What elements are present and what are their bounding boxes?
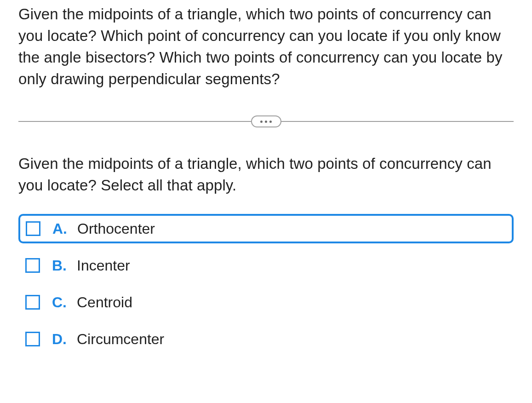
option-letter: B. bbox=[52, 257, 77, 274]
checkbox-c[interactable] bbox=[25, 295, 40, 310]
option-text: Centroid bbox=[77, 294, 132, 311]
checkbox-a[interactable] bbox=[26, 221, 40, 236]
option-c[interactable]: C. Centroid bbox=[18, 288, 514, 317]
ellipsis-icon bbox=[265, 121, 267, 123]
option-text: Incenter bbox=[77, 257, 130, 274]
ellipsis-icon bbox=[269, 121, 272, 123]
checkbox-b[interactable] bbox=[25, 258, 40, 273]
separator bbox=[18, 115, 514, 127]
options-list: A. Orthocenter B. Incenter C. Centroid D… bbox=[18, 214, 514, 354]
option-text: Orthocenter bbox=[77, 220, 155, 237]
option-letter: D. bbox=[52, 331, 77, 348]
option-d[interactable]: D. Circumcenter bbox=[18, 324, 514, 354]
option-text: Circumcenter bbox=[77, 331, 164, 348]
option-a[interactable]: A. Orthocenter bbox=[18, 214, 514, 243]
option-letter: A. bbox=[52, 220, 77, 237]
sub-question-text: Given the midpoints of a triangle, which… bbox=[18, 153, 514, 196]
ellipsis-icon bbox=[260, 121, 263, 123]
option-letter: C. bbox=[52, 294, 77, 311]
expand-toggle-button[interactable] bbox=[251, 115, 281, 127]
question-intro-text: Given the midpoints of a triangle, which… bbox=[18, 4, 514, 90]
option-b[interactable]: B. Incenter bbox=[18, 251, 514, 280]
checkbox-d[interactable] bbox=[25, 332, 40, 346]
